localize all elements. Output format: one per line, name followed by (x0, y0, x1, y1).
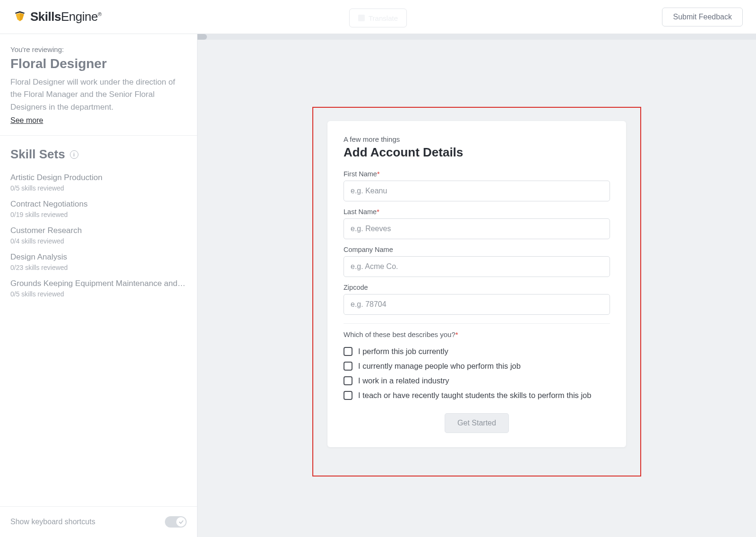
last-name-label-text: Last Name (344, 208, 377, 216)
review-block: You're reviewing: Floral Designer Floral… (0, 34, 197, 136)
main-area: A few more things Add Account Details Fi… (198, 34, 756, 537)
review-description: Floral Designer will work under the dire… (10, 76, 187, 113)
kb-shortcuts-label: Show keyboard shortcuts (10, 518, 95, 526)
skill-item[interactable]: Grounds Keeping Equipment Maintenance an… (10, 274, 187, 301)
checkbox-label[interactable]: I teach or have recently taught students… (358, 391, 591, 400)
required-mark: * (377, 170, 380, 178)
describe-you-question: Which of these best describes you?* (344, 330, 610, 338)
zipcode-label: Zipcode (344, 284, 610, 291)
skill-meta: 0/23 skills reviewed (10, 264, 187, 271)
skill-name: Artistic Design Production (10, 173, 187, 182)
app-header: SkillsEngine® Translate Submit Feedback (0, 0, 756, 34)
progress-bar (198, 34, 756, 40)
header-center-slot: Translate (349, 9, 407, 27)
checkbox[interactable] (344, 362, 352, 371)
checkbox-label[interactable]: I work in a related industry (358, 376, 449, 385)
modal-title: Add Account Details (344, 145, 610, 160)
brand-secondary: Engine (61, 9, 98, 24)
translate-label: Translate (369, 14, 398, 22)
progress-fill (198, 34, 207, 40)
skill-item[interactable]: Customer Research 0/4 skills reviewed (10, 221, 187, 248)
brand-reg-mark: ® (98, 11, 102, 17)
modal-actions: Get Started (344, 413, 610, 433)
first-name-input[interactable] (344, 181, 610, 201)
brand-text: SkillsEngine® (30, 9, 102, 24)
modal-highlight-box: A few more things Add Account Details Fi… (312, 107, 641, 476)
translate-icon (358, 15, 365, 21)
review-label: You're reviewing: (10, 45, 187, 53)
checkbox[interactable] (344, 391, 352, 400)
question-text: Which of these best describes you? (344, 330, 455, 338)
submit-feedback-button[interactable]: Submit Feedback (662, 8, 743, 26)
skill-meta: 0/4 skills reviewed (10, 237, 187, 245)
account-details-modal: A few more things Add Account Details Fi… (327, 121, 626, 447)
skill-name: Grounds Keeping Equipment Maintenance an… (10, 279, 187, 288)
see-more-link[interactable]: See more (10, 116, 43, 125)
get-started-button[interactable]: Get Started (445, 413, 509, 433)
info-icon[interactable]: i (70, 150, 78, 159)
skill-item[interactable]: Design Analysis 0/23 skills reviewed (10, 248, 187, 274)
checkbox-row[interactable]: I teach or have recently taught students… (344, 388, 610, 403)
checkbox-row[interactable]: I currently manage people who perform th… (344, 359, 610, 373)
required-mark: * (377, 208, 379, 216)
company-field: Company Name (344, 246, 610, 277)
skill-meta: 0/5 skills reviewed (10, 184, 187, 192)
last-name-field: Last Name* (344, 208, 610, 239)
translate-button[interactable]: Translate (349, 9, 407, 27)
toggle-knob (176, 517, 186, 527)
modal-eyebrow: A few more things (344, 135, 610, 143)
sidebar-footer: Show keyboard shortcuts (0, 506, 197, 537)
sidebar: You're reviewing: Floral Designer Floral… (0, 34, 198, 537)
checkbox[interactable] (344, 376, 352, 385)
checkbox-label[interactable]: I perform this job currently (358, 347, 448, 356)
review-title: Floral Designer (10, 56, 187, 71)
required-mark: * (455, 330, 458, 338)
kb-shortcuts-toggle[interactable] (165, 516, 187, 528)
brand-primary: Skills (30, 9, 61, 24)
skillsets-heading-text: Skill Sets (10, 147, 65, 162)
checkbox-row[interactable]: I perform this job currently (344, 344, 610, 359)
zipcode-input[interactable] (344, 294, 610, 315)
skill-name: Design Analysis (10, 252, 187, 262)
first-name-label: First Name* (344, 170, 610, 178)
checkbox-row[interactable]: I work in a related industry (344, 373, 610, 388)
company-label: Company Name (344, 246, 610, 253)
skill-name: Contract Negotiations (10, 199, 187, 209)
skillsets-heading: Skill Sets i (0, 136, 197, 166)
skill-meta: 0/5 skills reviewed (10, 290, 187, 298)
first-name-field: First Name* (344, 170, 610, 201)
zipcode-field: Zipcode (344, 284, 610, 315)
checkbox-label[interactable]: I currently manage people who perform th… (358, 362, 521, 371)
divider (344, 323, 610, 324)
first-name-label-text: First Name (344, 170, 377, 178)
brand-logo: SkillsEngine® (13, 9, 102, 24)
check-icon (179, 520, 184, 525)
skill-item[interactable]: Artistic Design Production 0/5 skills re… (10, 168, 187, 195)
skill-list: Artistic Design Production 0/5 skills re… (0, 166, 197, 301)
skill-name: Customer Research (10, 226, 187, 235)
skill-meta: 0/19 skills reviewed (10, 211, 187, 218)
last-name-input[interactable] (344, 218, 610, 239)
skill-item[interactable]: Contract Negotiations 0/19 skills review… (10, 195, 187, 221)
shield-icon (13, 10, 26, 24)
company-input[interactable] (344, 256, 610, 277)
last-name-label: Last Name* (344, 208, 610, 216)
checkbox[interactable] (344, 347, 352, 356)
